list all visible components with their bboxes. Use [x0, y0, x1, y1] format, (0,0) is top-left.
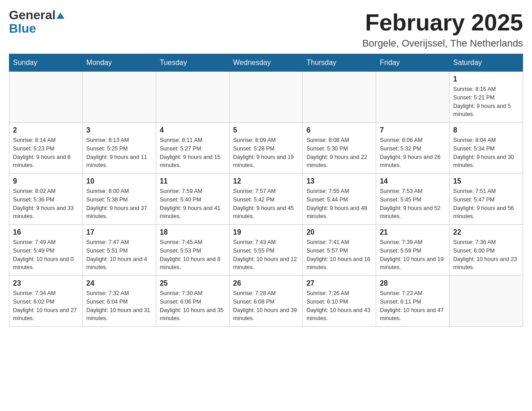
- logo-triangle-icon: [56, 11, 64, 19]
- day-info: Sunrise: 7:47 AMSunset: 5:51 PMDaylight:…: [86, 238, 152, 272]
- day-number: 18: [160, 228, 226, 236]
- calendar-day-cell: 27Sunrise: 7:26 AMSunset: 6:10 PMDayligh…: [303, 276, 376, 327]
- day-info: Sunrise: 7:28 AMSunset: 6:08 PMDaylight:…: [233, 289, 299, 323]
- calendar-week-row: 23Sunrise: 7:34 AMSunset: 6:02 PMDayligh…: [9, 276, 523, 327]
- logo-general-text: General: [9, 9, 56, 21]
- calendar-day-cell: 1Sunrise: 8:16 AMSunset: 5:21 PMDaylight…: [450, 72, 523, 123]
- calendar-day-cell: 22Sunrise: 7:36 AMSunset: 6:00 PMDayligh…: [450, 225, 523, 276]
- day-info: Sunrise: 8:08 AMSunset: 5:30 PMDaylight:…: [306, 136, 372, 170]
- weekday-header-thursday: Thursday: [303, 54, 376, 72]
- day-info: Sunrise: 7:53 AMSunset: 5:45 PMDaylight:…: [380, 187, 446, 221]
- logo-blue-text: Blue: [9, 21, 36, 35]
- weekday-header-wednesday: Wednesday: [229, 54, 303, 72]
- day-number: 16: [13, 228, 79, 236]
- weekday-header-monday: Monday: [82, 54, 156, 72]
- day-number: 20: [306, 228, 372, 236]
- calendar-day-cell: 28Sunrise: 7:23 AMSunset: 6:11 PMDayligh…: [376, 276, 450, 327]
- weekday-header-sunday: Sunday: [9, 54, 83, 72]
- day-info: Sunrise: 7:34 AMSunset: 6:02 PMDaylight:…: [13, 289, 79, 323]
- day-info: Sunrise: 7:59 AMSunset: 5:40 PMDaylight:…: [160, 187, 226, 221]
- day-number: 21: [380, 228, 446, 236]
- calendar-day-cell: 18Sunrise: 7:45 AMSunset: 5:53 PMDayligh…: [156, 225, 229, 276]
- calendar-day-cell: 23Sunrise: 7:34 AMSunset: 6:02 PMDayligh…: [9, 276, 83, 327]
- day-number: 4: [160, 126, 226, 134]
- day-number: 28: [380, 279, 446, 287]
- logo: General Blue: [9, 9, 64, 36]
- day-info: Sunrise: 8:13 AMSunset: 5:25 PMDaylight:…: [86, 136, 152, 170]
- day-number: 5: [233, 126, 299, 134]
- calendar-subtitle: Borgele, Overijssel, The Netherlands: [362, 38, 523, 49]
- day-number: 11: [160, 177, 226, 185]
- calendar-day-cell: 16Sunrise: 7:49 AMSunset: 5:49 PMDayligh…: [9, 225, 83, 276]
- weekday-header-tuesday: Tuesday: [156, 54, 229, 72]
- calendar-day-cell: 2Sunrise: 8:14 AMSunset: 5:23 PMDaylight…: [9, 123, 83, 174]
- day-number: 10: [86, 177, 152, 185]
- day-info: Sunrise: 7:30 AMSunset: 6:06 PMDaylight:…: [160, 289, 226, 323]
- day-number: 6: [306, 126, 372, 134]
- calendar-day-cell: [82, 72, 156, 123]
- day-info: Sunrise: 7:57 AMSunset: 5:42 PMDaylight:…: [233, 187, 299, 221]
- day-number: 8: [453, 126, 519, 134]
- calendar-day-cell: 19Sunrise: 7:43 AMSunset: 5:55 PMDayligh…: [229, 225, 303, 276]
- calendar-week-row: 1Sunrise: 8:16 AMSunset: 5:21 PMDaylight…: [9, 72, 523, 123]
- weekday-header-saturday: Saturday: [450, 54, 523, 72]
- day-info: Sunrise: 8:04 AMSunset: 5:34 PMDaylight:…: [453, 136, 519, 170]
- calendar-day-cell: 12Sunrise: 7:57 AMSunset: 5:42 PMDayligh…: [229, 174, 303, 225]
- calendar-day-cell: 24Sunrise: 7:32 AMSunset: 6:04 PMDayligh…: [82, 276, 156, 327]
- day-number: 27: [306, 279, 372, 287]
- calendar-day-cell: 21Sunrise: 7:39 AMSunset: 5:59 PMDayligh…: [376, 225, 450, 276]
- day-number: 17: [86, 228, 152, 236]
- day-info: Sunrise: 7:49 AMSunset: 5:49 PMDaylight:…: [13, 238, 79, 272]
- day-number: 9: [13, 177, 79, 185]
- weekday-header-row: SundayMondayTuesdayWednesdayThursdayFrid…: [9, 54, 523, 72]
- day-number: 14: [380, 177, 446, 185]
- day-info: Sunrise: 7:39 AMSunset: 5:59 PMDaylight:…: [380, 238, 446, 272]
- calendar-day-cell: 15Sunrise: 7:51 AMSunset: 5:47 PMDayligh…: [450, 174, 523, 225]
- calendar-title: February 2025: [362, 9, 523, 36]
- calendar-day-cell: 7Sunrise: 8:06 AMSunset: 5:32 PMDaylight…: [376, 123, 450, 174]
- calendar-day-cell: 10Sunrise: 8:00 AMSunset: 5:38 PMDayligh…: [82, 174, 156, 225]
- calendar-day-cell: 20Sunrise: 7:41 AMSunset: 5:57 PMDayligh…: [303, 225, 376, 276]
- day-number: 25: [160, 279, 226, 287]
- day-number: 3: [86, 126, 152, 134]
- calendar-day-cell: 4Sunrise: 8:11 AMSunset: 5:27 PMDaylight…: [156, 123, 229, 174]
- day-info: Sunrise: 7:41 AMSunset: 5:57 PMDaylight:…: [306, 238, 372, 272]
- calendar-day-cell: [303, 72, 376, 123]
- day-number: 23: [13, 279, 79, 287]
- day-number: 19: [233, 228, 299, 236]
- calendar-day-cell: 14Sunrise: 7:53 AMSunset: 5:45 PMDayligh…: [376, 174, 450, 225]
- calendar-day-cell: 25Sunrise: 7:30 AMSunset: 6:06 PMDayligh…: [156, 276, 229, 327]
- day-info: Sunrise: 7:23 AMSunset: 6:11 PMDaylight:…: [380, 289, 446, 323]
- day-number: 26: [233, 279, 299, 287]
- day-info: Sunrise: 7:32 AMSunset: 6:04 PMDaylight:…: [86, 289, 152, 323]
- day-number: 7: [380, 126, 446, 134]
- calendar-week-row: 9Sunrise: 8:02 AMSunset: 5:36 PMDaylight…: [9, 174, 523, 225]
- calendar-day-cell: [376, 72, 450, 123]
- day-info: Sunrise: 8:02 AMSunset: 5:36 PMDaylight:…: [13, 187, 79, 221]
- day-info: Sunrise: 8:09 AMSunset: 5:28 PMDaylight:…: [233, 136, 299, 170]
- day-info: Sunrise: 8:00 AMSunset: 5:38 PMDaylight:…: [86, 187, 152, 221]
- day-number: 13: [306, 177, 372, 185]
- day-number: 22: [453, 228, 519, 236]
- day-info: Sunrise: 7:43 AMSunset: 5:55 PMDaylight:…: [233, 238, 299, 272]
- day-info: Sunrise: 7:51 AMSunset: 5:47 PMDaylight:…: [453, 187, 519, 221]
- calendar-week-row: 16Sunrise: 7:49 AMSunset: 5:49 PMDayligh…: [9, 225, 523, 276]
- calendar-day-cell: 3Sunrise: 8:13 AMSunset: 5:25 PMDaylight…: [82, 123, 156, 174]
- day-info: Sunrise: 7:45 AMSunset: 5:53 PMDaylight:…: [160, 238, 226, 272]
- day-info: Sunrise: 8:06 AMSunset: 5:32 PMDaylight:…: [380, 136, 446, 170]
- calendar-day-cell: [450, 276, 523, 327]
- calendar-day-cell: 8Sunrise: 8:04 AMSunset: 5:34 PMDaylight…: [450, 123, 523, 174]
- day-info: Sunrise: 8:16 AMSunset: 5:21 PMDaylight:…: [453, 85, 519, 119]
- calendar-day-cell: 17Sunrise: 7:47 AMSunset: 5:51 PMDayligh…: [82, 225, 156, 276]
- calendar-day-cell: 11Sunrise: 7:59 AMSunset: 5:40 PMDayligh…: [156, 174, 229, 225]
- day-number: 24: [86, 279, 152, 287]
- day-info: Sunrise: 7:55 AMSunset: 5:44 PMDaylight:…: [306, 187, 372, 221]
- calendar-day-cell: [229, 72, 303, 123]
- calendar-day-cell: [9, 72, 83, 123]
- weekday-header-friday: Friday: [376, 54, 450, 72]
- page-header: General Blue February 2025 Borgele, Over…: [9, 9, 523, 49]
- day-number: 12: [233, 177, 299, 185]
- calendar-table: SundayMondayTuesdayWednesdayThursdayFrid…: [9, 54, 523, 327]
- day-number: 1: [453, 75, 519, 83]
- day-number: 2: [13, 126, 79, 134]
